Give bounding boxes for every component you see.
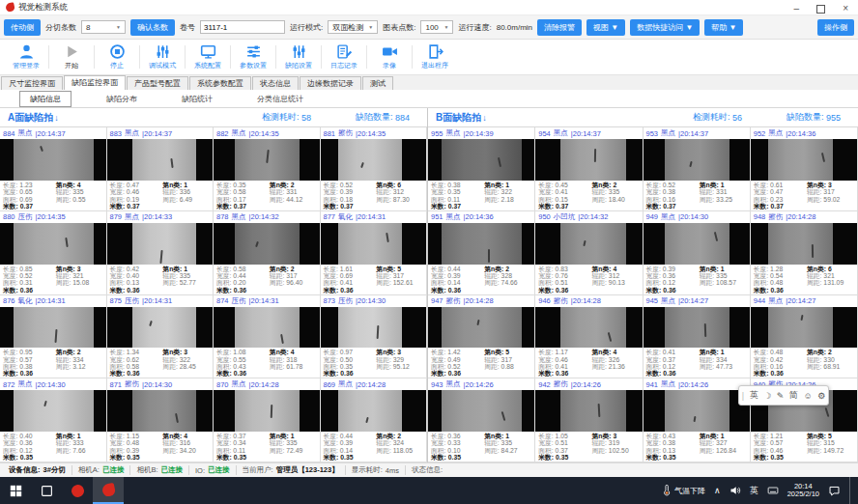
stop-button[interactable]: 停止 <box>99 43 135 70</box>
defect-cell[interactable]: 943黑点|20:14:26长度: 0.36宽度: 0.33面积: 0.10米数… <box>428 378 535 462</box>
main-tab-3[interactable]: 系统参数配置 <box>189 76 251 90</box>
ime-moon-icon[interactable]: ☽ <box>763 391 771 401</box>
defect-cell[interactable]: 950小凹坑|20:14:32长度: 0.83宽度: 0.76面积: 0.51米… <box>535 211 643 295</box>
defect-cell[interactable]: 869黑点|20:14:28长度: 0.44宽度: 0.39面积: 0.14米数… <box>321 378 428 462</box>
slit-count-select[interactable]: 8 ▼ <box>81 20 126 34</box>
defect-image[interactable] <box>644 307 750 349</box>
defect-image[interactable] <box>428 223 534 265</box>
param-settings-button[interactable]: 参数设置 <box>235 43 272 70</box>
defect-image[interactable] <box>0 139 106 181</box>
defect-cell[interactable]: 947擦伤|20:14:28长度: 1.42宽度: 0.49面积: 0.52米数… <box>428 295 535 379</box>
sub-tab-0[interactable]: 缺陷信息 <box>19 91 72 107</box>
defect-settings-button[interactable]: 缺陷设置 <box>280 43 317 70</box>
defect-image[interactable] <box>0 390 106 432</box>
sub-tab-1[interactable]: 缺陷分布 <box>97 92 147 106</box>
main-tab-1[interactable]: 缺陷监控界面 <box>64 75 126 90</box>
defect-cell[interactable]: 872黑点|20:14:30长度: 0.40宽度: 0.36面积: 0.12米数… <box>0 378 107 462</box>
defect-cell[interactable]: 877氧化|20:14:31长度: 1.61宽度: 0.69面积: 0.41米数… <box>321 211 428 295</box>
show-desktop-button[interactable] <box>849 477 855 504</box>
defect-cell[interactable]: 948擦伤|20:14:28长度: 1.28宽度: 0.54面积: 0.48米数… <box>751 211 858 295</box>
defect-image[interactable] <box>428 390 534 432</box>
defect-image[interactable] <box>644 139 750 181</box>
main-tab-2[interactable]: 产品型号配置 <box>127 76 188 90</box>
defect-cell[interactable]: 873压伤|20:14:30长度: 0.97宽度: 0.50面积: 0.35米数… <box>321 295 428 379</box>
defect-cell[interactable]: 953黑点|20:14:37长度: 0.52宽度: 0.38面积: 0.16米数… <box>644 127 751 211</box>
main-tab-6[interactable]: 测试 <box>362 76 393 90</box>
defect-image[interactable] <box>321 223 427 265</box>
view-menu-button[interactable]: 视图 ▼ <box>586 19 625 36</box>
start-button[interactable] <box>0 477 31 504</box>
defect-cell[interactable]: 949黑点|20:14:30长度: 0.39宽度: 0.36面积: 0.12米数… <box>644 211 751 295</box>
task-view-button[interactable] <box>31 477 62 504</box>
defect-image[interactable] <box>214 390 320 432</box>
defect-cell[interactable]: 883黑点|20:14:37长度: 0.47宽度: 0.46面积: 0.19米数… <box>107 127 214 211</box>
roll-number-input[interactable] <box>200 20 285 34</box>
defect-image[interactable] <box>107 223 214 265</box>
defect-image[interactable] <box>321 139 427 181</box>
defect-cell[interactable]: 944黑点|20:14:27长度: 0.48宽度: 0.42面积: 0.16米数… <box>751 295 858 379</box>
ime-simplified-toggle[interactable]: 简 <box>789 389 798 402</box>
ime-handle[interactable]: | <box>742 391 744 401</box>
volume-icon[interactable] <box>729 485 741 496</box>
ime-pen-icon[interactable]: ✎ <box>777 391 785 401</box>
ime-lang-toggle[interactable]: 英 <box>750 389 758 402</box>
ime-settings-icon[interactable]: ⚙ <box>817 391 825 401</box>
defect-image[interactable] <box>107 390 214 432</box>
defect-cell[interactable]: 945黑点|20:14:27长度: 0.41宽度: 0.37面积: 0.12米数… <box>644 295 751 379</box>
sub-tab-2[interactable]: 缺陷统计 <box>172 92 222 106</box>
defect-image[interactable] <box>535 307 642 349</box>
clear-alarm-button[interactable]: 清除报警 <box>537 19 582 36</box>
defect-cell[interactable]: 955黑点|20:14:39长度: 0.38宽度: 0.35面积: 0.11米数… <box>428 127 535 211</box>
close-button[interactable]: × <box>843 4 848 14</box>
defect-image[interactable] <box>107 139 214 181</box>
touch-keyboard-icon[interactable] <box>767 485 779 496</box>
defect-cell[interactable]: 876氧化|20:14:31长度: 0.95宽度: 0.57面积: 0.38米数… <box>0 295 107 379</box>
start-button[interactable]: 开始 <box>53 43 90 70</box>
exit-program-button[interactable]: 退出程序 <box>416 43 453 70</box>
defect-image[interactable] <box>535 390 642 432</box>
defect-image[interactable] <box>535 223 642 265</box>
defect-image[interactable] <box>535 139 642 181</box>
defect-image[interactable] <box>644 390 750 432</box>
taskbar-active-app[interactable] <box>93 477 124 504</box>
defect-image[interactable] <box>751 307 857 349</box>
defect-cell[interactable]: 941黑点|20:14:26长度: 0.43宽度: 0.38面积: 0.13米数… <box>644 378 751 462</box>
defect-cell[interactable]: 946擦伤|20:14:28长度: 1.17宽度: 0.46面积: 0.41米数… <box>535 295 643 379</box>
defect-image[interactable] <box>428 307 534 349</box>
defect-cell[interactable]: 882黑点|20:14:35长度: 0.35宽度: 0.58面积: 0.17米数… <box>214 127 321 211</box>
input-language-indicator[interactable]: 英 <box>750 485 758 497</box>
defect-image[interactable] <box>214 307 320 349</box>
sub-tab-3[interactable]: 分类信息统计 <box>247 92 313 106</box>
minimize-button[interactable]: – <box>794 4 800 14</box>
defect-cell[interactable]: 870黑点|20:14:28长度: 0.37宽度: 0.34面积: 0.11米数… <box>214 378 321 462</box>
defect-cell[interactable]: 952黑点|20:14:36长度: 0.61宽度: 0.47面积: 0.23米数… <box>751 127 858 211</box>
defect-cell[interactable]: 942擦伤|20:14:26长度: 1.05宽度: 0.51面积: 0.37米数… <box>535 378 643 462</box>
drive-side-button[interactable]: 传动侧 <box>4 19 41 36</box>
defect-cell[interactable]: 884黑点|20:14:37长度: 1.23宽度: 0.65面积: 0.69米数… <box>0 127 107 211</box>
debug-mode-button[interactable]: 调试模式 <box>144 43 181 70</box>
defect-cell[interactable]: 954黑点|20:14:37长度: 0.45宽度: 0.41面积: 0.15米数… <box>535 127 643 211</box>
operator-side-button[interactable]: 操作侧 <box>817 19 854 36</box>
defect-cell[interactable]: 951黑点|20:14:36长度: 0.44宽度: 0.39面积: 0.14米数… <box>428 211 535 295</box>
defect-image[interactable] <box>0 307 106 349</box>
defect-image[interactable] <box>214 139 320 181</box>
defect-image[interactable] <box>0 223 106 265</box>
defect-image[interactable] <box>321 390 427 432</box>
defect-cell[interactable]: 878黑点|20:14:32长度: 0.58宽度: 0.44面积: 0.20米数… <box>214 211 321 295</box>
defect-image[interactable] <box>321 307 427 349</box>
defect-cell[interactable]: 880压伤|20:14:35长度: 0.85宽度: 0.52面积: 0.31米数… <box>0 211 107 295</box>
defect-image[interactable] <box>214 223 320 265</box>
log-record-button[interactable]: 日志记录 <box>326 43 362 70</box>
weather-widget[interactable]: 气温下降 <box>662 485 705 496</box>
manage-login-button[interactable]: 管理登录 <box>8 43 44 70</box>
taskbar-clock[interactable]: 20:14 2025/2/10 <box>787 483 819 499</box>
help-menu-button[interactable]: 帮助 ▼ <box>704 19 743 36</box>
defect-image[interactable] <box>107 307 214 349</box>
defect-image[interactable] <box>644 223 750 265</box>
ime-emoji-button[interactable]: ☺ <box>803 391 812 401</box>
main-tab-5[interactable]: 边缘数据记录 <box>300 76 361 90</box>
taskbar-app-icon[interactable] <box>62 477 93 504</box>
defect-cell[interactable]: 874压伤|20:14:31长度: 1.08宽度: 0.55面积: 0.43米数… <box>214 295 321 379</box>
tray-expand-icon[interactable]: ∧ <box>714 486 721 495</box>
defect-cell[interactable]: 875压伤|20:14:31长度: 1.34宽度: 0.62面积: 0.58米数… <box>107 295 214 379</box>
